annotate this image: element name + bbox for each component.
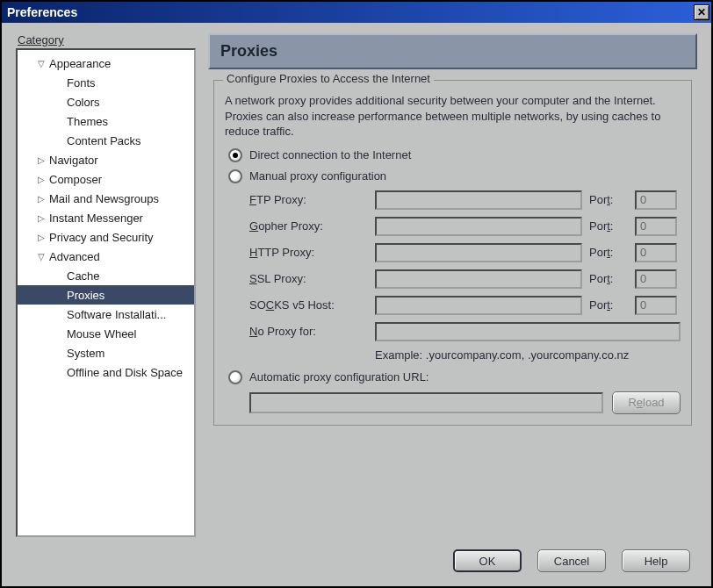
tree-item-cache[interactable]: Cache [18,266,194,285]
category-label: Category [16,33,196,48]
tree-item-label: System [65,347,104,360]
tree-item-label: Software Installati... [65,308,166,321]
tree-item-label: Mail and Newsgroups [47,192,159,205]
tree-item-label: Privacy and Security [47,231,154,244]
ssl-port-input[interactable] [635,269,677,289]
group-description: A network proxy provides additional secu… [225,93,681,140]
ftp-host-input[interactable] [375,190,582,210]
proxy-fields: FTP Proxy: Port: Gopher Proxy: Port: HTT… [249,190,681,362]
group-caption: Configure Proxies to Access the Internet [223,72,434,85]
tree-item-label: Mouse Wheel [65,327,136,341]
ftp-port-label: Port: [589,193,628,206]
window-title: Preferences [7,5,694,19]
tree-item-software-installati[interactable]: Software Installati... [18,305,194,324]
settings-panel: Proxies Configure Proxies to Access the … [208,33,697,537]
radio-manual-label: Manual proxy configuration [249,169,386,183]
help-button[interactable]: Help [622,549,690,572]
gopher-port-input[interactable] [635,217,677,236]
proxy-groupbox: Configure Proxies to Access the Internet… [213,80,692,426]
tree-item-label: Composer [47,173,102,186]
radio-auto-label: Automatic proxy configuration URL: [249,370,429,384]
gopher-label: Gopher Proxy: [249,219,368,233]
tree-item-composer[interactable]: ▷Composer [18,169,194,189]
tree-item-themes[interactable]: Themes [18,111,194,131]
tree-item-colors[interactable]: Colors [18,92,194,111]
ssl-label: SSL Proxy: [249,272,368,285]
tree-item-navigator[interactable]: ▷Navigator [18,150,194,169]
tree-item-label: Colors [65,96,100,109]
tree-item-content-packs[interactable]: Content Packs [18,131,194,150]
radio-manual-row[interactable]: Manual proxy configuration [228,169,681,183]
tree-item-advanced[interactable]: ▽Advanced [18,247,194,266]
chevron-down-icon[interactable]: ▽ [35,252,47,262]
preferences-window: Preferences ✕ Category ▽AppearanceFontsC… [0,0,713,588]
ssl-host-input[interactable] [375,269,582,289]
radio-direct-label: Direct connection to the Internet [249,148,411,161]
http-label: HTTP Proxy: [249,246,368,259]
content-area: Category ▽AppearanceFontsColorsThemesCon… [2,23,711,586]
tree-item-fonts[interactable]: Fonts [18,73,194,92]
gopher-host-input[interactable] [375,217,582,236]
tree-item-label: Proxies [65,289,104,302]
socks-label: SOCKS v5 Host: [249,298,368,312]
dialog-buttons: OK Cancel Help [16,537,697,572]
socks-host-input[interactable] [375,296,582,315]
chevron-right-icon[interactable]: ▷ [35,194,47,204]
radio-auto[interactable] [228,370,242,384]
gopher-port-label: Port: [589,219,628,233]
tree-item-label: Offline and Disk Space [65,366,183,379]
ok-button[interactable]: OK [453,549,522,572]
tree-item-proxies[interactable]: Proxies [18,285,194,305]
tree-item-appearance[interactable]: ▽Appearance [18,54,194,73]
radio-auto-row[interactable]: Automatic proxy configuration URL: [228,370,681,384]
radio-direct-row[interactable]: Direct connection to the Internet [228,148,681,162]
radio-manual[interactable] [228,169,242,183]
tree-item-label: Cache [65,269,100,283]
chevron-down-icon[interactable]: ▽ [35,59,47,68]
close-icon: ✕ [697,6,706,18]
category-column: Category ▽AppearanceFontsColorsThemesCon… [16,33,196,537]
tree-item-label: Content Packs [65,134,141,147]
tree-item-mouse-wheel[interactable]: Mouse Wheel [18,324,194,343]
tree-item-label: Themes [65,115,108,128]
cancel-button[interactable]: Cancel [537,549,606,572]
panel-body: Configure Proxies to Access the Internet… [208,69,697,537]
tree-item-offline-and-disk-space[interactable]: Offline and Disk Space [18,362,194,382]
auto-url-input[interactable] [249,392,603,413]
ssl-port-label: Port: [589,272,628,285]
close-button[interactable]: ✕ [694,4,709,20]
reload-button[interactable]: Reload [612,391,681,414]
tree-item-system[interactable]: System [18,343,194,362]
ftp-port-input[interactable] [635,190,677,210]
http-host-input[interactable] [375,243,582,262]
noproxy-label: No Proxy for: [249,325,368,338]
top-area: Category ▽AppearanceFontsColorsThemesCon… [16,33,697,537]
category-tree[interactable]: ▽AppearanceFontsColorsThemesContent Pack… [16,48,196,537]
socks-port-label: Port: [589,298,628,312]
auto-url-row: Reload [249,391,681,414]
radio-direct[interactable] [228,148,242,162]
chevron-right-icon[interactable]: ▷ [35,233,47,242]
tree-item-label: Instant Messenger [47,212,143,225]
chevron-right-icon[interactable]: ▷ [35,155,47,165]
tree-item-instant-messenger[interactable]: ▷Instant Messenger [18,208,194,227]
noproxy-example: Example: .yourcompany.com, .yourcompany.… [375,348,681,362]
tree-item-privacy-and-security[interactable]: ▷Privacy and Security [18,227,194,247]
http-port-input[interactable] [635,243,677,262]
chevron-right-icon[interactable]: ▷ [35,213,47,223]
tree-item-label: Appearance [47,57,111,70]
tree-item-label: Advanced [47,250,100,263]
noproxy-input[interactable] [375,322,681,341]
tree-item-mail-and-newsgroups[interactable]: ▷Mail and Newsgroups [18,189,194,208]
chevron-right-icon[interactable]: ▷ [35,175,47,184]
tree-item-label: Navigator [47,154,98,167]
panel-title: Proxies [208,33,697,69]
ftp-label: FTP Proxy: [249,193,368,206]
socks-port-input[interactable] [635,296,677,315]
titlebar: Preferences ✕ [2,2,711,23]
tree-item-label: Fonts [65,76,96,90]
http-port-label: Port: [589,246,628,259]
